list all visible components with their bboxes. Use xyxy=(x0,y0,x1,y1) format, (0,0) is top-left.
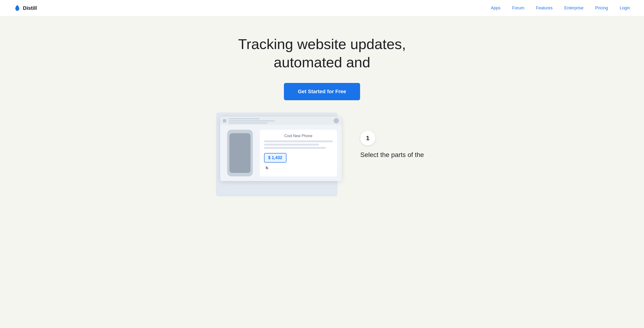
toolbar-line-2 xyxy=(228,120,275,122)
product-card: Cool New Phone $ 1,432 xyxy=(260,130,337,176)
hero-section: Tracking website updates, automated and … xyxy=(0,16,644,195)
browser-content: Cool New Phone $ 1,432 xyxy=(220,125,342,181)
hero-title: Tracking website updates, automated and xyxy=(231,35,413,71)
nav-pricing[interactable]: Pricing xyxy=(595,6,608,10)
toolbar-avatar-icon xyxy=(334,118,339,123)
browser-window: Cool New Phone $ 1,432 xyxy=(220,116,342,181)
step-text: Select the parts of the xyxy=(360,150,424,159)
toolbar-lines xyxy=(228,118,331,124)
phone-body xyxy=(227,130,253,176)
nav-features[interactable]: Features xyxy=(536,6,553,10)
step-info: 1 Select the parts of the xyxy=(360,116,424,159)
browser-toolbar xyxy=(220,116,342,125)
nav-forum[interactable]: Forum xyxy=(512,6,524,10)
phone-illustration xyxy=(225,130,255,176)
site-header: Distill Apps Forum Features Enterprise P… xyxy=(0,0,644,16)
product-line-2 xyxy=(264,144,319,146)
nav-enterprise[interactable]: Enterprise xyxy=(564,6,584,10)
price-value: $ 1,432 xyxy=(268,155,282,160)
toolbar-icon xyxy=(223,119,226,122)
lower-section: Cool New Phone $ 1,432 xyxy=(206,116,438,181)
toolbar-line-1 xyxy=(228,118,260,120)
product-line-1 xyxy=(264,140,333,142)
step-number: 1 xyxy=(366,134,370,142)
phone-screen xyxy=(230,133,250,173)
product-line-3 xyxy=(264,147,326,149)
nav-apps[interactable]: Apps xyxy=(491,6,500,10)
main-nav: Apps Forum Features Enterprise Pricing L… xyxy=(491,6,630,10)
logo[interactable]: Distill xyxy=(14,5,37,12)
toolbar-line-3 xyxy=(228,122,268,124)
get-started-button[interactable]: Get Started for Free xyxy=(284,83,360,100)
browser-mockup: Cool New Phone $ 1,432 xyxy=(220,116,342,181)
logo-text: Distill xyxy=(23,5,37,11)
product-description-lines xyxy=(264,140,333,149)
price-badge: $ 1,432 xyxy=(264,153,286,162)
distill-logo-icon xyxy=(14,5,20,12)
product-name: Cool New Phone xyxy=(264,134,333,138)
nav-login[interactable]: Login xyxy=(620,6,630,10)
step-circle: 1 xyxy=(360,130,375,146)
cursor-icon xyxy=(266,166,270,170)
